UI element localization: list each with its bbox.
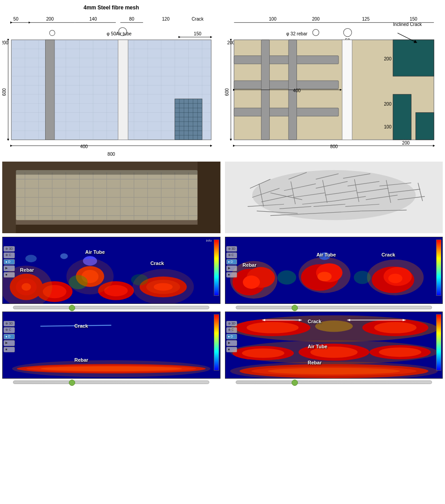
slider-track-bl[interactable] bbox=[13, 380, 209, 384]
slider-tr[interactable] bbox=[236, 306, 432, 309]
svg-point-164 bbox=[388, 273, 403, 283]
left-diagram-title: 4mm Steel fibre mesh bbox=[84, 4, 139, 11]
scan-bottom-left: Crack Rebar ⊕ 3D ⊕ C ● D ▶ ■ bbox=[2, 312, 220, 379]
svg-point-165 bbox=[277, 270, 296, 285]
svg-point-185 bbox=[310, 346, 357, 358]
main-container: 4mm Steel fibre mesh 50 200 140 80 120 C… bbox=[0, 0, 445, 386]
svg-point-159 bbox=[317, 272, 331, 281]
photo-right bbox=[225, 162, 443, 233]
ctrl-play-br[interactable]: ▶ bbox=[226, 340, 237, 346]
svg-rect-91 bbox=[2, 225, 220, 233]
ctrl-3d-br[interactable]: ⊕ 3D bbox=[226, 321, 237, 326]
ctrl-play-bl[interactable]: ▶ bbox=[4, 340, 15, 346]
ctrl-stop-tr[interactable]: ■ bbox=[226, 272, 237, 278]
dim-125-r: 125 bbox=[362, 17, 369, 21]
ctrl-c-br[interactable]: ⊕ C bbox=[226, 327, 237, 333]
scan-bottom-right: Crack Air Tube Rebar ⊕ 3D ⊕ C ● D ▶ ■ bbox=[225, 312, 443, 379]
scan-top-right-panel: Rebar Air Tube Crack ⊕ 3D ⊕ C ● D ▶ ■ bbox=[225, 237, 443, 309]
slider-track-tl[interactable] bbox=[13, 306, 209, 309]
ctrl-active-tr[interactable]: ● D bbox=[226, 259, 237, 265]
dim-150: 150 bbox=[194, 31, 201, 36]
dim-80: 80 bbox=[129, 17, 135, 21]
dim-600-right: 600 bbox=[225, 88, 229, 96]
svg-rect-90 bbox=[2, 162, 220, 170]
slider-br[interactable] bbox=[236, 380, 432, 384]
photo-section bbox=[0, 158, 445, 237]
top-diagrams-section: 4mm Steel fibre mesh 50 200 140 80 120 C… bbox=[0, 0, 445, 158]
scan-top-right: Rebar Air Tube Crack ⊕ 3D ⊕ C ● D ▶ ■ bbox=[225, 237, 443, 304]
svg-point-155 bbox=[243, 276, 260, 289]
slider-thumb-bl[interactable] bbox=[69, 380, 75, 386]
dim-400-left: 400 bbox=[80, 144, 88, 149]
svg-point-173 bbox=[12, 360, 210, 377]
dim-200-side: 200 bbox=[2, 40, 8, 45]
scan-controls-bl: ⊕ 3D ⊕ C ● D ▶ ■ bbox=[4, 321, 15, 352]
ctrl-play-tl[interactable]: ▶ bbox=[4, 265, 15, 271]
ctrl-3d-bl[interactable]: ⊕ 3D bbox=[4, 321, 15, 326]
photo-right-svg bbox=[225, 162, 443, 233]
svg-rect-93 bbox=[198, 162, 220, 233]
svg-point-129 bbox=[252, 170, 415, 220]
svg-point-179 bbox=[374, 322, 416, 333]
color-scale-tr bbox=[436, 239, 441, 296]
svg-point-68 bbox=[313, 30, 319, 36]
right-rebar-label: φ 32 rebar bbox=[286, 31, 308, 36]
slider-tl[interactable] bbox=[13, 306, 209, 309]
scan-controls-tr: ⊕ 3D ⊕ C ● D ▶ ■ bbox=[226, 246, 237, 278]
top-scan-row: Air Tube Rebar Crack ⊕ 3D ⊕ C ● D ▶ ■ in… bbox=[0, 237, 445, 309]
dim-50: 50 bbox=[13, 17, 19, 21]
svg-rect-61 bbox=[393, 40, 433, 76]
dim-800-left: 800 bbox=[107, 152, 115, 157]
ctrl-c-bl[interactable]: ⊕ C bbox=[4, 327, 15, 333]
svg-point-145 bbox=[60, 253, 68, 259]
svg-point-144 bbox=[25, 255, 37, 262]
scan-controls-tl: ⊕ 3D ⊕ C ● D ▶ ■ bbox=[4, 246, 15, 278]
dim-100-r: 100 bbox=[269, 17, 276, 21]
dim-200-inside1: 200 bbox=[384, 56, 391, 61]
svg-rect-57 bbox=[234, 108, 339, 116]
svg-point-187 bbox=[379, 347, 421, 357]
ctrl-play-tr[interactable]: ▶ bbox=[226, 265, 237, 271]
slider-thumb-tl[interactable] bbox=[69, 305, 75, 311]
ctrl-active-bl[interactable]: ● D bbox=[4, 334, 15, 339]
svg-rect-31 bbox=[118, 40, 128, 140]
slider-thumb-br[interactable] bbox=[292, 380, 298, 386]
left-diagram-panel: 4mm Steel fibre mesh 50 200 140 80 120 C… bbox=[2, 4, 220, 158]
svg-rect-46 bbox=[175, 99, 202, 140]
svg-rect-63 bbox=[415, 112, 434, 140]
slider-track-br[interactable] bbox=[236, 380, 432, 384]
bottom-scan-row: Crack Rebar ⊕ 3D ⊕ C ● D ▶ ■ bbox=[0, 312, 445, 384]
scan-info-tl: info bbox=[206, 239, 212, 243]
photo-left bbox=[2, 162, 220, 233]
right-diagram-panel: placeholder 100 200 125 150 200 φ 32 reb… bbox=[225, 4, 443, 158]
ctrl-3d-tl[interactable]: ⊕ 3D bbox=[4, 246, 15, 252]
slider-thumb-tr[interactable] bbox=[292, 305, 298, 311]
svg-point-149 bbox=[66, 259, 114, 295]
scan-top-right-svg bbox=[225, 237, 443, 303]
ctrl-c-tr[interactable]: ⊕ C bbox=[226, 252, 237, 258]
slider-bl[interactable] bbox=[13, 380, 209, 384]
ctrl-stop-bl[interactable]: ■ bbox=[4, 347, 15, 352]
svg-point-166 bbox=[354, 271, 371, 284]
ctrl-3d-tr[interactable]: ⊕ 3D bbox=[226, 246, 237, 252]
color-scale-tl bbox=[214, 239, 219, 296]
ctrl-c-tl[interactable]: ⊕ C bbox=[4, 252, 15, 258]
svg-point-150 bbox=[132, 269, 194, 303]
color-scale-bl bbox=[214, 314, 219, 371]
scan-bottom-left-panel: Crack Rebar ⊕ 3D ⊕ C ● D ▶ ■ bbox=[2, 312, 220, 384]
svg-point-180 bbox=[315, 320, 352, 332]
svg-rect-30 bbox=[45, 40, 54, 140]
scan-controls-br: ⊕ 3D ⊕ C ● D ▶ ■ bbox=[226, 321, 237, 352]
dim-200-inside2: 200 bbox=[384, 102, 391, 107]
scan-bottom-left-svg bbox=[3, 312, 220, 378]
svg-point-177 bbox=[246, 322, 298, 333]
slider-track-tr[interactable] bbox=[236, 306, 432, 309]
ctrl-stop-br[interactable]: ■ bbox=[226, 347, 237, 352]
svg-rect-62 bbox=[393, 94, 411, 140]
svg-point-183 bbox=[242, 348, 284, 358]
dim-200-top: 200 bbox=[46, 17, 54, 21]
ctrl-active-br[interactable]: ● D bbox=[226, 334, 237, 339]
photo-left-svg bbox=[2, 162, 220, 233]
ctrl-active-tl[interactable]: ● D bbox=[4, 259, 15, 265]
ctrl-stop-tl[interactable]: ■ bbox=[4, 272, 15, 278]
